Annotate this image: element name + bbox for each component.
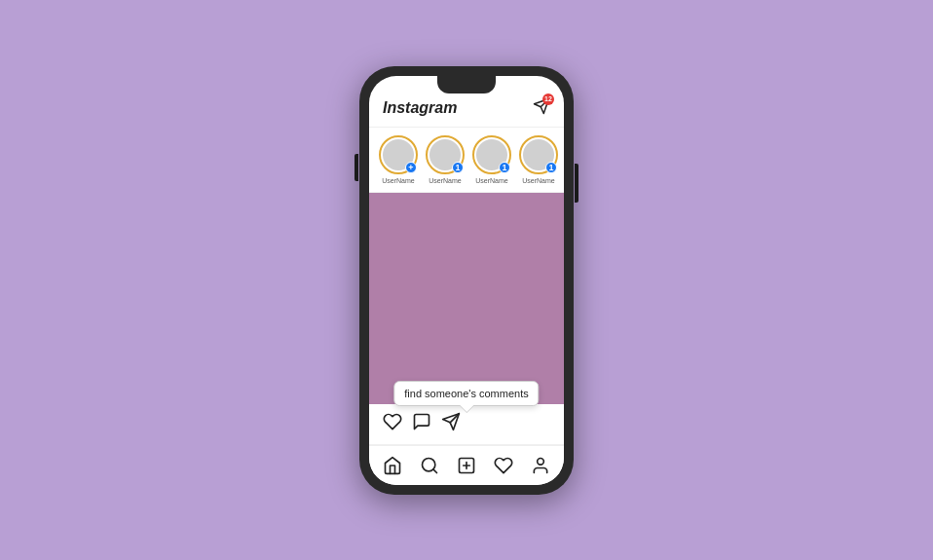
notification-badge: 12	[542, 93, 554, 105]
story-item-4[interactable]: 1 UserName	[519, 135, 558, 184]
ig-title: Instagram	[383, 99, 457, 117]
tooltip-text: find someone's comments	[404, 388, 528, 399]
story-add-badge-2: 1	[452, 162, 464, 173]
story-avatar-ring-4: 1	[519, 135, 558, 174]
nav-likes-button[interactable]	[490, 452, 517, 479]
post-area: find someone's comments	[369, 193, 564, 404]
story-name-1: UserName	[382, 177, 414, 184]
bottom-nav	[369, 445, 564, 485]
svg-point-9	[538, 458, 544, 465]
svg-line-5	[433, 468, 437, 472]
story-item-3[interactable]: 1 UserName	[472, 135, 511, 184]
share-button[interactable]	[441, 412, 461, 436]
story-item-1[interactable]: + UserName	[379, 135, 418, 184]
direct-message-icon[interactable]: 12	[533, 97, 550, 119]
nav-search-button[interactable]	[416, 452, 443, 479]
story-name-3: UserName	[475, 177, 507, 184]
story-add-badge-3: 1	[499, 162, 510, 173]
nav-add-button[interactable]	[453, 452, 480, 479]
nav-profile-button[interactable]	[527, 452, 554, 479]
comment-button[interactable]	[412, 412, 431, 436]
story-item-2[interactable]: 1 UserName	[426, 135, 465, 184]
story-avatar-ring-3: 1	[472, 135, 511, 174]
story-name-4: UserName	[522, 177, 554, 184]
notch	[437, 76, 496, 93]
tooltip: find someone's comments	[393, 381, 539, 406]
like-button[interactable]	[383, 412, 402, 436]
nav-home-button[interactable]	[379, 452, 406, 479]
phone-container: Instagram 12 + UserName	[359, 66, 574, 495]
story-avatar-ring-2: 1	[426, 135, 465, 174]
story-name-2: UserName	[429, 177, 461, 184]
story-add-badge-1: +	[405, 162, 417, 173]
story-add-badge-4: 1	[545, 162, 557, 173]
phone-screen: Instagram 12 + UserName	[369, 76, 564, 485]
stories-row: + UserName 1 UserName 1 UserName	[369, 128, 564, 193]
story-avatar-ring-1: +	[379, 135, 418, 174]
